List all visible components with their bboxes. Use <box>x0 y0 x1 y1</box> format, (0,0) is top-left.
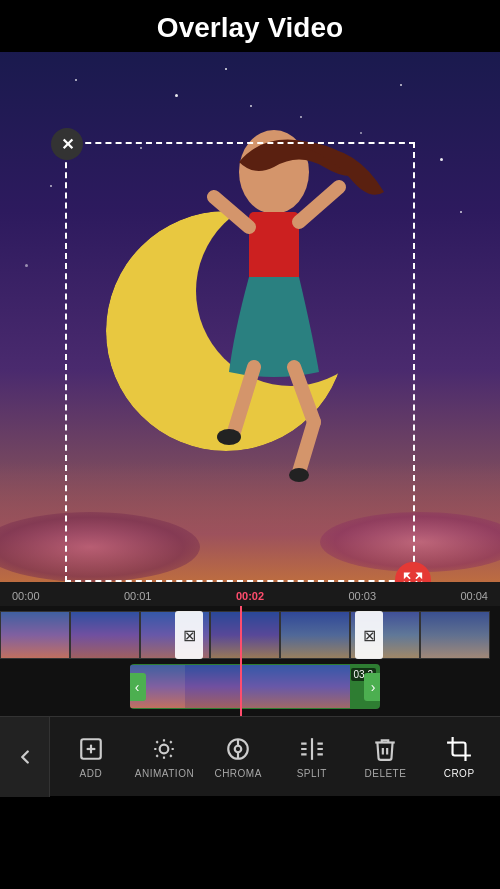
chroma-icon <box>223 734 253 764</box>
trim-icon-left: ⊠ <box>183 626 196 645</box>
header: Overlay Video <box>0 0 500 52</box>
page-title: Overlay Video <box>0 12 500 44</box>
toolbar-item-delete[interactable]: DELETE <box>355 734 415 779</box>
playhead <box>240 606 242 716</box>
trim-handle-left[interactable]: ⊠ <box>175 611 203 659</box>
time-3: 00:03 <box>348 590 376 602</box>
track-thumb-4 <box>210 611 280 659</box>
close-button[interactable]: ✕ <box>51 128 83 160</box>
selection-box: ✕ <box>65 142 415 582</box>
chroma-label: CHROMA <box>214 768 261 779</box>
time-1: 00:01 <box>124 590 152 602</box>
track-thumb-5 <box>280 611 350 659</box>
time-current: 00:02 <box>236 590 264 602</box>
time-0: 00:00 <box>12 590 40 602</box>
svg-point-15 <box>160 745 169 754</box>
timeline-tracks[interactable]: ⊠ ⊠ ‹ <box>0 606 500 716</box>
trim-handle-right[interactable]: ⊠ <box>355 611 383 659</box>
overlay-track-inner <box>130 664 380 709</box>
delete-icon <box>370 734 400 764</box>
overlay-nav-right[interactable]: › <box>364 673 380 701</box>
split-label: SPLIT <box>297 768 327 779</box>
track-thumb-1 <box>0 611 70 659</box>
animation-label: ANIMATION <box>135 768 194 779</box>
overlay-thumb-2 <box>185 665 240 708</box>
toolbar-items: ADD ANIMATION C <box>50 734 500 779</box>
overlay-nav-left[interactable]: ‹ <box>130 673 146 701</box>
toolbar-item-crop[interactable]: CROP <box>429 734 489 779</box>
track-thumb-2 <box>70 611 140 659</box>
toolbar-item-add[interactable]: ADD <box>61 734 121 779</box>
overlay-track[interactable]: ‹ 03.2 › <box>130 664 380 709</box>
delete-label: DELETE <box>365 768 407 779</box>
main-track <box>0 611 500 659</box>
crop-label: CROP <box>444 768 475 779</box>
toolbar-item-animation[interactable]: ANIMATION <box>134 734 194 779</box>
overlay-thumb-4 <box>295 665 350 708</box>
trim-icon-right: ⊠ <box>363 626 376 645</box>
time-ruler: 00:00 00:01 00:02 00:03 00:04 <box>0 590 500 602</box>
back-button[interactable] <box>0 717 50 797</box>
add-box-icon <box>76 734 106 764</box>
overlay-thumb-3 <box>240 665 295 708</box>
toolbar-item-chroma[interactable]: CHROMA <box>208 734 268 779</box>
track-thumb-7 <box>420 611 490 659</box>
svg-point-17 <box>235 746 242 753</box>
toolbar-item-split[interactable]: SPLIT <box>282 734 342 779</box>
bottom-toolbar: ADD ANIMATION C <box>0 716 500 796</box>
timeline-area: 00:00 00:01 00:02 00:03 00:04 <box>0 582 500 716</box>
video-preview: ✕ <box>0 52 500 582</box>
crop-icon <box>444 734 474 764</box>
split-icon <box>297 734 327 764</box>
add-label: ADD <box>80 768 103 779</box>
time-4: 00:04 <box>460 590 488 602</box>
animation-icon <box>149 734 179 764</box>
